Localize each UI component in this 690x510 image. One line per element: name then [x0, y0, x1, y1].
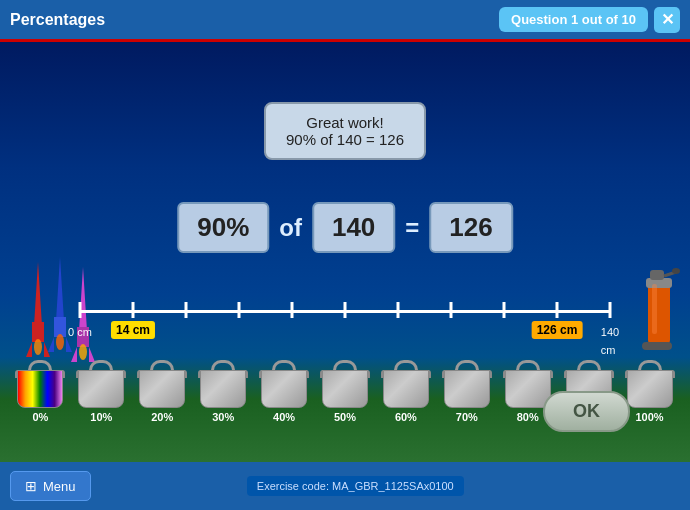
svg-rect-17: [650, 270, 664, 280]
menu-label: Menu: [43, 479, 76, 494]
nl-labels: 0 cm 14 cm 126 cm 140 cm: [80, 320, 610, 348]
ok-button[interactable]: OK: [543, 391, 630, 432]
bucket-label-6: 60%: [395, 411, 417, 423]
bucket-item-6[interactable]: 60%: [377, 360, 435, 423]
nl-tick-3: [238, 302, 241, 318]
nl-tick-8: [503, 302, 506, 318]
nl-tick-5: [344, 302, 347, 318]
header-right: Question 1 out of 10 ✕: [499, 7, 680, 33]
bucket-item-5[interactable]: 50%: [316, 360, 374, 423]
nl-tick-6: [397, 302, 400, 318]
nl-tick-9: [556, 302, 559, 318]
close-button[interactable]: ✕: [654, 7, 680, 33]
bucket-label-3: 30%: [212, 411, 234, 423]
nl-marker-14cm: 14 cm: [111, 320, 155, 338]
menu-grid-icon: ⊞: [25, 478, 37, 494]
nl-tick-7: [450, 302, 453, 318]
nl-marker-126cm: 126 cm: [532, 320, 583, 338]
app-header: Percentages Question 1 out of 10 ✕: [0, 0, 690, 42]
nl-tick-0: [79, 302, 82, 318]
nl-tick-1: [132, 302, 135, 318]
bucket-item-4[interactable]: 40%: [255, 360, 313, 423]
bucket-label-5: 50%: [334, 411, 356, 423]
svg-point-19: [672, 268, 680, 274]
app-footer: ⊞ Menu Exercise code: MA_GBR_1125SAx0100: [0, 462, 690, 510]
bucket-item-0[interactable]: 0%: [11, 360, 69, 423]
bucket-label-2: 20%: [151, 411, 173, 423]
of-text: of: [279, 214, 302, 242]
question-counter: Question 1 out of 10: [499, 7, 648, 32]
equals-sign: =: [405, 214, 419, 242]
bucket-label-0: 0%: [33, 411, 49, 423]
bucket-label-10: 100%: [635, 411, 663, 423]
feedback-line2: 90% of 140 = 126: [286, 131, 404, 148]
bucket-label-4: 40%: [273, 411, 295, 423]
feedback-box: Great work! 90% of 140 = 126: [264, 102, 426, 160]
menu-button[interactable]: ⊞ Menu: [10, 471, 91, 501]
bucket-item-2[interactable]: 20%: [133, 360, 191, 423]
nl-label-0cm: 0 cm: [68, 322, 92, 340]
feedback-line1: Great work!: [286, 114, 404, 131]
main-area: Great work! 90% of 140 = 126 90% of 140 …: [0, 42, 690, 462]
bucket-label-1: 10%: [90, 411, 112, 423]
bucket-label-7: 70%: [456, 411, 478, 423]
base-value: 140: [312, 202, 395, 253]
bucket-item-3[interactable]: 30%: [194, 360, 252, 423]
result-value: 126: [429, 202, 512, 253]
numberline: [80, 302, 610, 320]
numberline-area: 0 cm 14 cm 126 cm 140 cm: [20, 302, 670, 348]
bucket-item-1[interactable]: 10%: [72, 360, 130, 423]
exercise-code: Exercise code: MA_GBR_1125SAx0100: [247, 476, 464, 496]
nl-label-140cm: 140 cm: [601, 322, 619, 358]
percent-value: 90%: [177, 202, 269, 253]
nl-tick-4: [291, 302, 294, 318]
equation-row: 90% of 140 = 126: [177, 202, 513, 253]
nl-tick-2: [185, 302, 188, 318]
bucket-label-8: 80%: [517, 411, 539, 423]
nl-tick-10: [609, 302, 612, 318]
page-title: Percentages: [10, 11, 105, 29]
bucket-item-7[interactable]: 70%: [438, 360, 496, 423]
